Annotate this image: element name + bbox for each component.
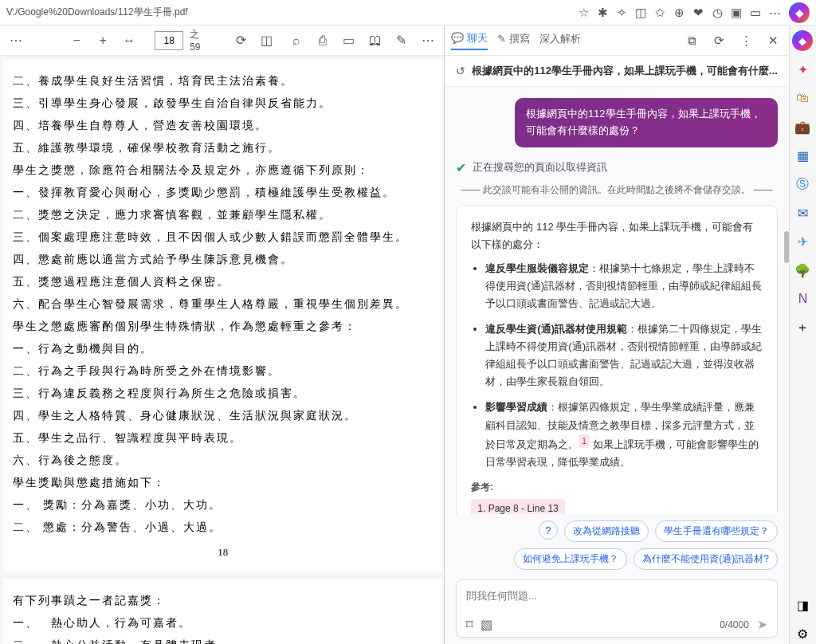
zoom-in-icon[interactable]: + (92, 29, 115, 53)
sidebar-icon[interactable]: ◫ (631, 3, 650, 22)
pdf-line: 二、 熱心公益活動，有具體表現者。 (13, 634, 433, 644)
pdf-line: 一、 熱心助人，行為可嘉者。 (13, 612, 433, 634)
answer-bullet: 違反學生服裝儀容規定：根據第十七條規定，學生上課時不得使用資(通)訊器材，否則視… (485, 260, 763, 312)
pdf-line: 六、配合學生心智發展需求，尊重學生人格尊嚴，重視學生個別差異。 (13, 293, 433, 316)
save-icon[interactable]: ▭ (337, 29, 360, 53)
chat-input-area: ⌑ ▧ 0/4000 ➤ (456, 579, 778, 638)
context-row: ↺ 根據網頁中的112學生手冊內容，如果上課玩手機，可能會有什麼... (445, 56, 789, 87)
browser-top-bar: V:/Google%20Downloads/112學生手冊.pdf ☆ ✱ ✧ … (0, 0, 816, 26)
favorites-icon[interactable]: ✩ (650, 3, 669, 22)
pdf-page: 有下列事蹟之一者記嘉獎：一、 熱心助人，行為可嘉者。二、 熱心公益活動，有具體表… (3, 579, 442, 644)
pdf-page: 二、養成學生良好生活習慣，培育民主法治素養。三、引導學生身心發展，啟發學生自治自… (3, 59, 442, 572)
screenshot-icon[interactable]: ▣ (727, 3, 746, 22)
address-text: V:/Google%20Downloads/112學生手冊.pdf (6, 6, 461, 19)
copilot-icon[interactable]: ◆ (789, 2, 810, 23)
star-icon[interactable]: ☆ (574, 3, 593, 22)
tab-compose[interactable]: ✎撰寫 (497, 32, 530, 49)
rail-tools-icon[interactable]: ✦ (792, 59, 813, 80)
history-icon: ↺ (456, 65, 465, 77)
references-label: 參考: (471, 479, 763, 495)
page-number: 18 (13, 542, 433, 563)
performance-icon[interactable]: ◷ (708, 3, 727, 22)
suggestion-chip[interactable]: 如何避免上課玩手機？ (514, 548, 627, 570)
rail-shopping-icon[interactable]: 🛍 (792, 88, 813, 108)
draw-icon[interactable]: ✎ (390, 29, 413, 53)
user-message: 根據網頁中的112學生手冊內容，如果上課玩手機，可能會有什麼樣的處份？ (515, 98, 778, 147)
kebab-icon[interactable]: ⋮ (738, 33, 755, 48)
scrollbar[interactable] (783, 56, 789, 644)
layout-icon[interactable]: ◫ (255, 29, 278, 53)
pdf-line: 一、發揮教育愛心與耐心，多獎勵少懲罰，積極維護學生受教權益。 (13, 182, 433, 204)
pdf-line: 三、個案處理應注意時效，且不因個人或少數人錯誤而懲罰全體學生。 (13, 226, 433, 249)
page-input[interactable] (155, 31, 183, 50)
image-input-icon[interactable]: ▧ (481, 617, 492, 632)
pdf-line: 一、 獎勵：分為嘉獎、小功、大功。 (13, 494, 433, 516)
suggestion-chip[interactable]: 學生手冊還有哪些規定？ (655, 520, 778, 542)
pdf-line: 四、學生之人格特質、身心健康狀況、生活狀況與家庭狀況。 (13, 405, 433, 427)
page-count: 之 59 (190, 28, 212, 53)
rotate-icon[interactable]: ⟳ (230, 29, 253, 53)
collections-icon[interactable]: ⊕ (669, 3, 688, 22)
reader-icon[interactable]: ▭ (746, 3, 765, 22)
splat-icon[interactable]: ✱ (593, 3, 612, 22)
send-icon[interactable]: ➤ (757, 617, 767, 632)
tab-chat[interactable]: 💬聊天 (451, 31, 488, 50)
rail-briefcase-icon[interactable]: 💼 (792, 116, 813, 137)
rail-collapse-icon[interactable]: ◨ (792, 595, 813, 615)
print-icon[interactable]: ⎙ (311, 29, 334, 53)
citation-1[interactable]: 1 (579, 434, 590, 448)
scroll-thumb[interactable] (784, 231, 789, 263)
pdf-line: 二、養成學生良好生活習慣，培育民主法治素養。 (13, 70, 433, 92)
suggestion-chip[interactable]: 改為從網路接聽 (564, 520, 649, 542)
toolbar-more-icon[interactable]: ⋯ (416, 29, 439, 53)
right-rail: ◆ ✦ 🛍 💼 ▦ Ⓢ ✉ ✈ 🌳 N ＋ ◨ ⚙ (789, 26, 816, 644)
rail-tree-icon[interactable]: 🌳 (792, 260, 813, 281)
pdf-scroll[interactable]: 二、養成學生良好生活習慣，培育民主法治素養。三、引導學生身心發展，啟發學生自治自… (0, 56, 444, 644)
refresh-icon[interactable]: ⟳ (711, 33, 728, 48)
pdf-line: 三、引導學生身心發展，啟發學生自治自律與反省能力。 (13, 92, 433, 115)
zoom-out-icon[interactable]: − (65, 29, 88, 53)
rail-skype-icon[interactable]: Ⓢ (792, 174, 813, 194)
heart-icon[interactable]: ❤ (688, 3, 708, 22)
pdf-line: 學生之獎懲，除應符合相關法令及規定外，亦應遵循下列原則： (13, 159, 433, 182)
suggestion-chip[interactable]: 為什麼不能使用資(通)訊器材? (634, 548, 778, 570)
disclaimer: —— 此交談可能有非公開的資訊。在此時間點之後將不會儲存交談。 —— (456, 183, 778, 197)
pdf-line: 有下列事蹟之一者記嘉獎： (13, 590, 433, 612)
context-summary: 根據網頁中的112學生手冊內容，如果上課玩手機，可能會有什麼... (472, 64, 778, 78)
rail-add-icon[interactable]: ＋ (792, 317, 813, 338)
search-status: ✔ 正在搜尋您的頁面以取得資訊 (456, 160, 778, 175)
pdf-line: 五、獎懲過程應注意個人資料之保密。 (13, 271, 433, 293)
check-icon: ✔ (456, 160, 466, 175)
menu-icon[interactable]: ⋯ (5, 29, 28, 53)
rail-send-icon[interactable]: ✈ (792, 231, 813, 252)
rail-outlook-icon[interactable]: ✉ (792, 202, 813, 223)
help-icon[interactable]: ? (539, 520, 558, 540)
copilot-pane: 💬聊天 ✎撰寫 深入解析 ⧉ ⟳ ⋮ ✕ ↺ 根據網頁中的112學生手冊內容，如… (445, 26, 789, 644)
pdf-line: 二、 懲處：分為警告、小過、大過。 (13, 516, 433, 539)
assistant-message: 根據網頁中的 112 學生手冊內容，如果上課玩手機，可能會有以下樣的處分： 違反… (456, 205, 778, 514)
fit-icon[interactable]: ↔ (118, 29, 141, 53)
suggestions: ?改為從網路接聽學生手冊還有哪些規定？如何避免上課玩手機？為什麼不能使用資(通)… (445, 514, 789, 573)
pdf-line: 一、行為之動機與目的。 (13, 338, 433, 360)
rail-onenote-icon[interactable]: N (792, 289, 813, 309)
chat-input[interactable] (466, 590, 767, 602)
read-aloud-icon[interactable]: 🕮 (363, 29, 386, 53)
pdf-toolbar: ⋯ − + ↔ 之 59 ⟳ ◫ ⌕ ⎙ ▭ 🕮 ✎ ⋯ (0, 26, 444, 56)
more-icon[interactable]: ⋯ (765, 3, 784, 22)
search-icon[interactable]: ⌕ (284, 29, 308, 53)
rail-copilot-icon[interactable]: ◆ (792, 30, 813, 51)
chat-header: 💬聊天 ✎撰寫 深入解析 ⧉ ⟳ ⋮ ✕ (445, 26, 789, 56)
rail-settings-icon[interactable]: ⚙ (792, 623, 813, 644)
rail-grid-icon[interactable]: ▦ (792, 145, 813, 166)
pdf-viewer: ⋯ − + ↔ 之 59 ⟳ ◫ ⌕ ⎙ ▭ 🕮 ✎ ⋯ 二、養成學生良好生活習… (0, 26, 445, 644)
reference-chip[interactable]: 1. Page 8 - Line 13 (471, 499, 564, 514)
new-topic-icon[interactable]: ⌑ (466, 617, 473, 632)
pdf-line: 二、獎懲之決定，應力求審慎客觀，並兼顧學生隱私權。 (13, 204, 433, 226)
open-new-icon[interactable]: ⧉ (684, 33, 701, 48)
extensions-icon[interactable]: ✧ (612, 3, 631, 22)
pdf-line: 四、懲處前應以適當方式給予學生陳訴意見機會。 (13, 249, 433, 271)
close-icon[interactable]: ✕ (765, 33, 783, 48)
chat-scroll[interactable]: 根據網頁中的112學生手冊內容，如果上課玩手機，可能會有什麼樣的處份？ ✔ 正在… (445, 87, 789, 514)
tab-deep[interactable]: 深入解析 (539, 32, 581, 49)
answer-intro: 根據網頁中的 112 學生手冊內容，如果上課玩手機，可能會有以下樣的處分： (471, 218, 763, 253)
